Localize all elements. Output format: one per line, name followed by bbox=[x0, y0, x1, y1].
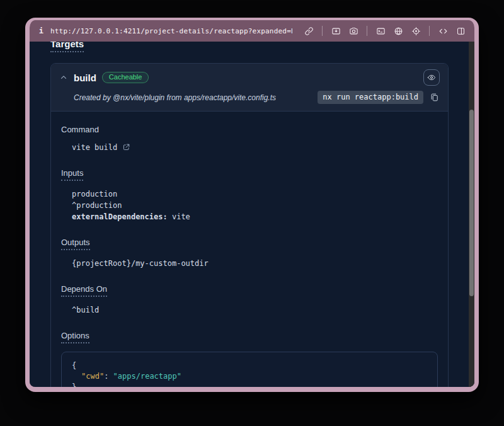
input-item: externalDependencies: vite bbox=[72, 211, 438, 222]
options-label: Options bbox=[61, 331, 438, 343]
json-line: "cwd": "apps/reactapp" bbox=[72, 371, 427, 382]
depends-on-item: ^build bbox=[72, 304, 438, 316]
input-item: ^production bbox=[72, 200, 438, 211]
target-name[interactable]: build bbox=[74, 72, 96, 83]
toolbar-divider bbox=[367, 26, 367, 36]
download-icon[interactable] bbox=[329, 25, 342, 37]
eye-icon bbox=[427, 73, 436, 82]
browser-window: i http://127.0.0.1:4211/project-details/… bbox=[25, 18, 479, 392]
url-bar[interactable]: http://127.0.0.1:4211/project-details/re… bbox=[50, 27, 292, 35]
depends-on-label: Depends On bbox=[61, 284, 438, 297]
terminal-icon[interactable] bbox=[374, 25, 387, 37]
chevron-up-icon[interactable] bbox=[59, 73, 68, 82]
inputs-label: Inputs bbox=[61, 168, 438, 181]
browser-toolbar: i http://127.0.0.1:4211/project-details/… bbox=[30, 20, 474, 42]
scrollbar[interactable] bbox=[469, 42, 474, 387]
options-section: Options { "cwd": "apps/reactapp" } bbox=[61, 331, 438, 387]
run-command-chip: nx run reactapp:build bbox=[318, 91, 423, 104]
created-by-text: Created by @nx/vite/plugin from apps/rea… bbox=[74, 93, 276, 102]
target-card-build: build Cacheable Created by @nx/vite/plug… bbox=[50, 63, 449, 387]
inputs-section: Inputs production ^production externalDe… bbox=[61, 168, 438, 222]
globe-icon[interactable] bbox=[392, 25, 404, 37]
code-icon[interactable] bbox=[437, 25, 449, 37]
info-icon[interactable]: i bbox=[37, 26, 45, 35]
link-icon[interactable] bbox=[302, 25, 315, 37]
depends-on-section: Depends On ^build bbox=[61, 284, 438, 316]
command-value: vite build bbox=[72, 142, 117, 153]
command-label: Command bbox=[61, 125, 438, 134]
split-view-icon[interactable] bbox=[454, 25, 467, 37]
targets-heading: Targets bbox=[50, 42, 449, 52]
view-target-button[interactable] bbox=[423, 69, 440, 86]
build-card-header: build Cacheable Created by @nx/vite/plug… bbox=[51, 64, 448, 112]
toolbar-divider bbox=[322, 26, 323, 36]
camera-icon[interactable] bbox=[347, 25, 360, 37]
targets-heading-label[interactable]: Targets bbox=[50, 42, 84, 52]
outputs-section: Outputs {projectRoot}/my-custom-outdir bbox=[61, 238, 438, 269]
outputs-label: Outputs bbox=[61, 238, 438, 250]
build-card-body: Command vite build Inputs bbox=[51, 112, 448, 387]
json-line: } bbox=[72, 382, 427, 387]
target-icon[interactable] bbox=[410, 25, 422, 37]
json-line: { bbox=[72, 360, 427, 371]
command-section: Command vite build bbox=[61, 125, 438, 153]
options-code-block: { "cwd": "apps/reactapp" } bbox=[61, 352, 438, 387]
copy-icon[interactable] bbox=[430, 93, 440, 103]
page-viewport: Targets build Cacheable bbox=[30, 42, 474, 387]
external-link-icon[interactable] bbox=[122, 143, 131, 152]
toolbar-divider bbox=[429, 26, 430, 36]
input-item: production bbox=[72, 188, 438, 200]
cacheable-badge: Cacheable bbox=[102, 72, 149, 83]
output-item: {projectRoot}/my-custom-outdir bbox=[72, 258, 438, 269]
scrollbar-thumb[interactable] bbox=[469, 110, 474, 296]
